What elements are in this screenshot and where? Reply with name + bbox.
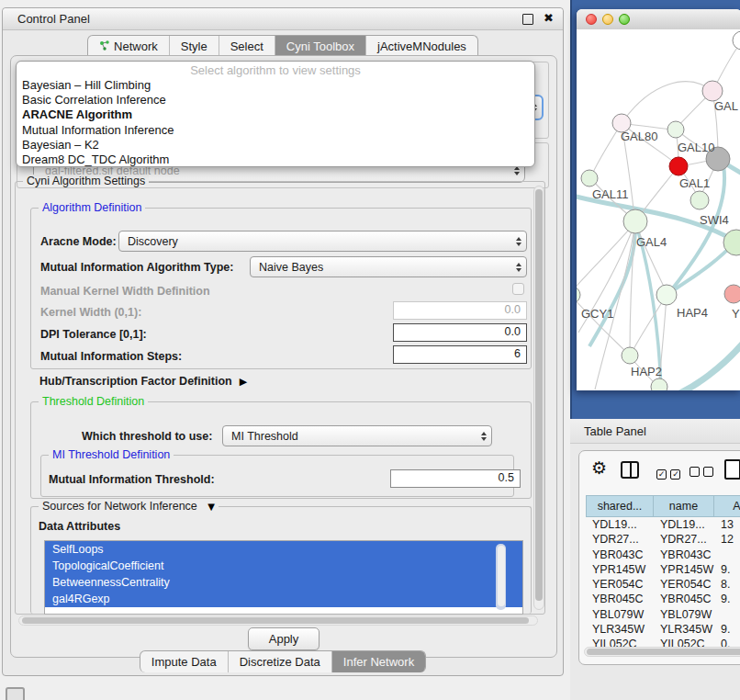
- network-node-gal10[interactable]: [667, 121, 684, 138]
- table-cell[interactable]: YLR345W: [654, 622, 714, 637]
- algorithm-option[interactable]: Mutual Information Inference: [17, 123, 534, 138]
- data-attribute-item[interactable]: BetweennessCentrality: [45, 574, 522, 591]
- tab-style[interactable]: Style: [169, 36, 219, 56]
- column-header[interactable]: A: [714, 495, 740, 517]
- network-node[interactable]: [651, 378, 667, 390]
- network-node-y[interactable]: [724, 285, 740, 303]
- table-row[interactable]: YBL079WYBL079W: [586, 607, 740, 622]
- attributes-list-scrollbar[interactable]: [496, 544, 506, 610]
- tab-select[interactable]: Select: [219, 36, 275, 56]
- table-horizontal-scrollbar[interactable]: [584, 647, 740, 657]
- network-node[interactable]: [690, 191, 709, 209]
- table-row[interactable]: YPR145WYPR145W9.: [586, 562, 740, 577]
- data-attribute-item[interactable]: SelfLoops: [45, 541, 522, 558]
- algorithm-option[interactable]: Bayesian – K2: [17, 138, 534, 152]
- table-row[interactable]: YBR043CYBR043C: [586, 548, 740, 562]
- table-cell[interactable]: YBR045C: [586, 592, 654, 606]
- table-cell[interactable]: YDR27...: [586, 532, 654, 547]
- table-cell[interactable]: YPR145W: [654, 562, 714, 577]
- table-cell[interactable]: YDL19...: [654, 517, 714, 532]
- table-cell[interactable]: YER054C: [654, 577, 714, 592]
- scrollbar-thumb[interactable]: [587, 649, 740, 655]
- table-cell[interactable]: 8.: [714, 577, 740, 592]
- kernel-width-field[interactable]: 0.0: [393, 301, 527, 320]
- table-cell[interactable]: 13: [714, 517, 740, 532]
- table-row[interactable]: YBR045CYBR045C9.: [586, 592, 740, 606]
- data-attribute-item[interactable]: TopologicalCoefficient: [45, 558, 522, 574]
- gear-icon[interactable]: ⚙: [591, 458, 607, 477]
- table-cell[interactable]: YDL19...: [586, 517, 654, 532]
- hub-transcription-section-toggle[interactable]: Hub/Transcription Factor Definition▶: [39, 375, 247, 388]
- data-attributes-list[interactable]: SelfLoopsTopologicalCoefficientBetweenne…: [44, 540, 523, 615]
- apply-button[interactable]: Apply: [248, 627, 320, 650]
- data-attribute-item[interactable]: gal4RGexp: [45, 591, 522, 607]
- table-row[interactable]: YDL19...YDL19...13: [586, 517, 740, 532]
- collapse-arrow-icon[interactable]: ▼: [207, 502, 215, 512]
- close-traffic-light[interactable]: [586, 14, 597, 25]
- deselect-all-checks-icon[interactable]: [690, 464, 713, 480]
- float-window-icon[interactable]: [522, 14, 533, 25]
- expand-arrow-icon[interactable]: ▶: [240, 376, 247, 388]
- settings-horizontal-scrollbar[interactable]: [18, 615, 538, 626]
- network-window-titlebar[interactable]: [577, 9, 740, 30]
- network-node[interactable]: [733, 31, 740, 50]
- control-panel-titlebar[interactable]: Control Panel ✖: [3, 8, 563, 30]
- table-cell[interactable]: [714, 548, 740, 562]
- network-node-gal4[interactable]: [623, 209, 647, 233]
- mi-algorithm-type-combobox[interactable]: Naive Bayes: [250, 256, 527, 277]
- column-header[interactable]: name: [654, 495, 714, 517]
- zoom-traffic-light[interactable]: [619, 14, 630, 25]
- which-threshold-combobox[interactable]: MI Threshold: [222, 425, 492, 446]
- network-canvas[interactable]: GALGAL80GAL10GAL1GAL11SWI4GAL4GCY1HAP4YH…: [577, 29, 740, 390]
- scrollbar-thumb[interactable]: [535, 189, 543, 601]
- table-cell[interactable]: YBR045C: [654, 592, 714, 606]
- network-node-hap4[interactable]: [656, 285, 677, 305]
- tab-cyni-toolbox[interactable]: Cyni Toolbox: [275, 36, 365, 56]
- algorithm-option[interactable]: ARACNE Algorithm: [17, 107, 534, 122]
- settings-vertical-scrollbar[interactable]: [533, 186, 544, 610]
- manual-kernel-width-checkbox[interactable]: [512, 283, 524, 295]
- table-cell[interactable]: YDR27...: [654, 532, 714, 547]
- network-node-hap2[interactable]: [622, 347, 638, 364]
- table-cell[interactable]: YBR043C: [654, 548, 714, 562]
- tab-impute-data[interactable]: Impute Data: [140, 651, 228, 672]
- network-node-gal[interactable]: [702, 81, 723, 101]
- algorithm-option[interactable]: Basic Correlation Inference: [17, 93, 534, 107]
- table-cell[interactable]: 9.: [714, 622, 740, 637]
- select-all-checks-icon[interactable]: ✓ ✓: [656, 464, 680, 480]
- table-panel-titlebar[interactable]: Table Panel: [570, 419, 740, 444]
- split-columns-icon[interactable]: [621, 461, 639, 479]
- network-node-gal11[interactable]: [581, 170, 598, 186]
- table-cell[interactable]: 12: [714, 532, 740, 547]
- table-row[interactable]: YER054CYER054C8.: [586, 577, 740, 592]
- tab-jactivemnodules[interactable]: jActiveMNodules: [365, 36, 477, 56]
- table-cell[interactable]: YBR043C: [586, 548, 654, 562]
- aracne-mode-combobox[interactable]: Discovery: [118, 231, 527, 252]
- table-cell[interactable]: 9.: [714, 562, 740, 577]
- dpi-tolerance-field[interactable]: 0.0: [393, 323, 527, 342]
- mi-steps-field[interactable]: 6: [393, 345, 527, 364]
- close-icon[interactable]: ✖: [544, 11, 554, 25]
- algorithm-option[interactable]: Dream8 DC_TDC Algorithm: [17, 152, 534, 167]
- table-cell[interactable]: [714, 607, 740, 622]
- tab-discretize-data[interactable]: Discretize Data: [228, 651, 331, 672]
- network-node-gcy1[interactable]: [577, 287, 580, 303]
- table-cell[interactable]: 9.: [714, 592, 740, 606]
- scrollbar-thumb[interactable]: [498, 546, 505, 606]
- collapsed-panel-icon[interactable]: [6, 687, 25, 700]
- table-cell[interactable]: YER054C: [586, 577, 654, 592]
- tab-network[interactable]: Network: [88, 36, 169, 56]
- table-row[interactable]: YDR27...YDR27...12: [586, 532, 740, 547]
- table-cell[interactable]: YPR145W: [586, 562, 654, 577]
- table-row[interactable]: YLR345WYLR345W9.: [586, 622, 740, 637]
- document-icon[interactable]: [724, 459, 740, 480]
- table-cell[interactable]: YBL079W: [586, 607, 654, 622]
- column-header[interactable]: shared...: [586, 495, 654, 517]
- mi-threshold-field[interactable]: 0.5: [390, 469, 521, 488]
- network-node-gal1[interactable]: [669, 157, 688, 175]
- table-cell[interactable]: YBL079W: [654, 607, 714, 622]
- minimize-traffic-light[interactable]: [602, 14, 613, 25]
- table-cell[interactable]: YLR345W: [586, 622, 654, 637]
- scrollbar-thumb[interactable]: [22, 617, 529, 624]
- algorithm-option[interactable]: Bayesian – Hill Climbing: [17, 78, 534, 93]
